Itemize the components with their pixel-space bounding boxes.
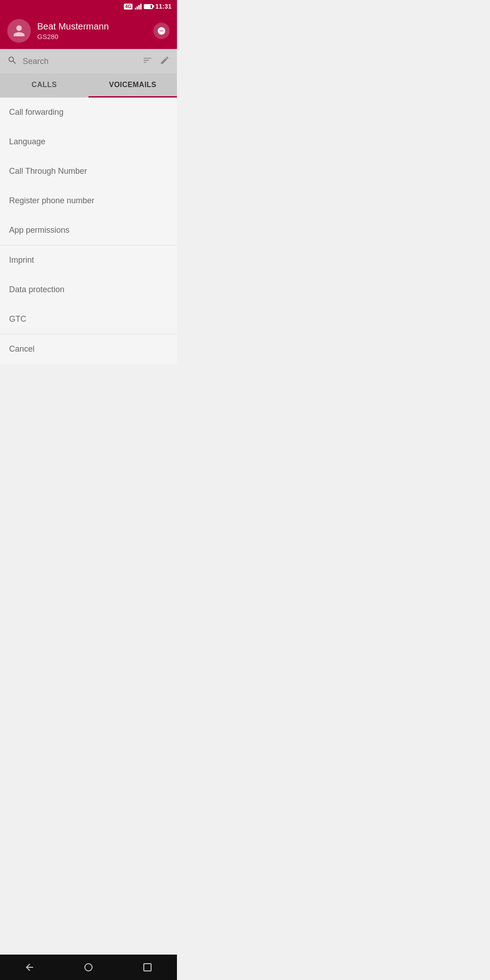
- menu-section-1: Call forwarding Language Call Through Nu…: [0, 98, 177, 245]
- network-icon: 4G: [124, 4, 132, 10]
- search-bar: [0, 49, 177, 74]
- tab-calls[interactable]: CALLS: [0, 74, 88, 98]
- menu-item-cancel[interactable]: Cancel: [0, 334, 177, 364]
- tab-voicemails[interactable]: VOICEMAILS: [88, 74, 177, 98]
- remove-account-button[interactable]: [153, 23, 170, 39]
- menu-section-2: Imprint Data protection GTC: [0, 245, 177, 334]
- avatar: [7, 19, 31, 43]
- search-actions: [142, 55, 170, 67]
- status-time: 11:31: [155, 3, 172, 10]
- menu-item-data-protection[interactable]: Data protection: [0, 275, 177, 304]
- app-header: Beat Mustermann GS280: [0, 13, 177, 49]
- user-device: GS280: [37, 33, 109, 40]
- status-bar: 4G 11:31: [0, 0, 177, 13]
- status-icons: 4G 11:31: [124, 3, 172, 10]
- menu-item-language[interactable]: Language: [0, 127, 177, 157]
- user-name: Beat Mustermann: [37, 21, 109, 32]
- battery-icon: [144, 4, 153, 9]
- menu-item-register-phone-number[interactable]: Register phone number: [0, 186, 177, 216]
- tabs: CALLS VOICEMAILS: [0, 74, 177, 98]
- edit-icon[interactable]: [160, 55, 170, 67]
- menu-item-gtc[interactable]: GTC: [0, 304, 177, 334]
- user-info: Beat Mustermann GS280: [37, 21, 109, 40]
- menu-section-3: Cancel: [0, 334, 177, 364]
- search-icon: [7, 55, 17, 67]
- menu-item-app-permissions[interactable]: App permissions: [0, 216, 177, 245]
- menu-item-call-forwarding[interactable]: Call forwarding: [0, 98, 177, 127]
- menu-item-imprint[interactable]: Imprint: [0, 245, 177, 275]
- header-left: Beat Mustermann GS280: [7, 19, 109, 43]
- search-input[interactable]: [23, 57, 137, 66]
- filter-icon[interactable]: [142, 55, 152, 67]
- signal-bars: [135, 3, 142, 10]
- menu-item-call-through-number[interactable]: Call Through Number: [0, 157, 177, 186]
